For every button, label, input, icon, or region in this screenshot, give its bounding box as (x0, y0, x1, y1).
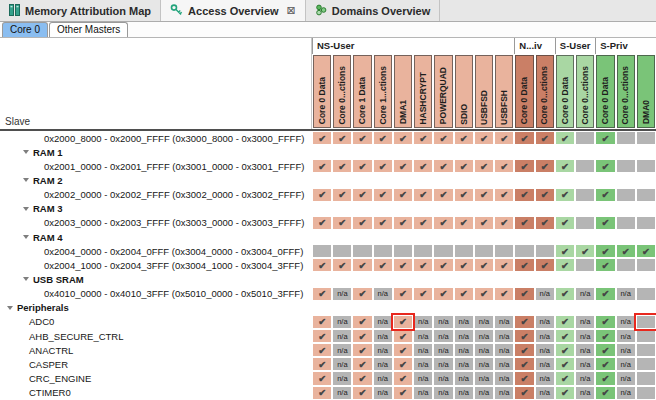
slave-row-label[interactable]: ADC0 (0, 315, 312, 329)
disclosure-triangle-icon[interactable] (23, 150, 29, 154)
access-cell[interactable]: n/a (575, 386, 595, 400)
access-cell[interactable] (474, 244, 494, 258)
access-cell[interactable]: ✔ (474, 287, 494, 301)
access-cell[interactable] (636, 188, 656, 202)
access-cell[interactable]: n/a (454, 371, 474, 385)
slave-row-label[interactable]: CTIMER0 (0, 386, 312, 400)
access-cell[interactable] (616, 131, 636, 145)
access-cell[interactable] (636, 287, 656, 301)
access-cell[interactable]: ✔ (555, 216, 575, 230)
disclosure-triangle-icon[interactable] (7, 306, 13, 310)
column-header[interactable]: Core 0...ctions (616, 54, 636, 129)
access-cell[interactable]: ✔ (555, 371, 575, 385)
access-cell[interactable]: ✔ (352, 386, 372, 400)
access-cell[interactable]: n/a (373, 371, 393, 385)
access-cell[interactable]: ✔ (332, 216, 352, 230)
subtab-other-masters[interactable]: Other Masters (49, 22, 128, 37)
access-cell[interactable]: n/a (535, 386, 555, 400)
access-cell[interactable] (636, 343, 656, 357)
access-cell[interactable] (636, 216, 656, 230)
access-cell[interactable]: ✔ (636, 244, 656, 258)
access-cell[interactable]: n/a (454, 315, 474, 329)
access-cell[interactable]: n/a (433, 357, 453, 371)
access-cell[interactable]: ✔ (514, 258, 534, 272)
access-cell[interactable]: n/a (413, 386, 433, 400)
access-cell[interactable]: n/a (494, 329, 514, 343)
access-cell[interactable]: ✔ (535, 131, 555, 145)
access-cell[interactable]: n/a (474, 315, 494, 329)
access-cell[interactable]: ✔ (373, 159, 393, 173)
access-cell[interactable]: n/a (494, 357, 514, 371)
access-cell[interactable]: ✔ (352, 343, 372, 357)
access-cell[interactable]: ✔ (352, 188, 372, 202)
access-cell[interactable]: n/a (433, 343, 453, 357)
access-cell[interactable]: ✔ (474, 131, 494, 145)
access-cell[interactable]: ✔ (433, 216, 453, 230)
access-cell[interactable]: ✔ (454, 287, 474, 301)
access-cell[interactable]: n/a (575, 315, 595, 329)
access-cell[interactable]: n/a (535, 357, 555, 371)
slave-row-label[interactable]: 0x2002_0000 - 0x2002_FFFF (0x3002_0000 -… (0, 188, 312, 202)
access-cell[interactable]: ✔ (433, 131, 453, 145)
access-cell[interactable]: n/a (616, 386, 636, 400)
access-cell[interactable] (312, 244, 332, 258)
access-cell[interactable]: n/a (616, 371, 636, 385)
access-cell[interactable]: ✔ (514, 343, 534, 357)
access-cell[interactable]: ✔ (454, 258, 474, 272)
access-cell[interactable]: ✔ (393, 357, 413, 371)
access-cell[interactable]: ✔ (514, 131, 534, 145)
access-cell[interactable]: ✔ (555, 159, 575, 173)
access-cell[interactable]: n/a (494, 343, 514, 357)
access-cell[interactable]: n/a (535, 329, 555, 343)
access-cell[interactable]: n/a (575, 329, 595, 343)
tree-group-label[interactable]: RAM 1 (0, 145, 312, 159)
access-cell[interactable]: ✔ (474, 159, 494, 173)
access-cell[interactable]: ✔ (595, 329, 615, 343)
access-cell[interactable]: ✔ (312, 329, 332, 343)
access-cell[interactable]: n/a (535, 343, 555, 357)
access-cell[interactable]: n/a (454, 386, 474, 400)
access-cell[interactable]: ✔ (332, 258, 352, 272)
access-cell[interactable]: n/a (575, 287, 595, 301)
access-cell[interactable]: n/a (575, 343, 595, 357)
access-cell[interactable] (616, 188, 636, 202)
access-cell[interactable] (454, 244, 474, 258)
access-cell[interactable]: n/a (616, 357, 636, 371)
access-cell[interactable]: ✔ (595, 216, 615, 230)
access-cell[interactable]: ✔ (454, 159, 474, 173)
column-header[interactable]: SDIO (454, 54, 474, 129)
column-header[interactable]: USBFSD (474, 54, 494, 129)
column-header[interactable]: DMA1 (393, 54, 413, 129)
access-cell[interactable]: ✔ (433, 287, 453, 301)
slave-row-label[interactable]: 0x2000_8000 - 0x2000_FFFF (0x3000_8000 -… (0, 131, 312, 145)
access-cell[interactable]: ✔ (595, 258, 615, 272)
column-header[interactable]: Core 0 Data (595, 54, 615, 129)
column-header[interactable]: POWERQUAD (433, 54, 453, 129)
access-cell[interactable]: ✔ (595, 188, 615, 202)
access-cell[interactable]: ✔ (352, 357, 372, 371)
tree-group-label[interactable]: Peripherals (0, 301, 312, 315)
access-cell[interactable]: n/a (454, 357, 474, 371)
access-cell[interactable]: n/a (616, 315, 636, 329)
access-cell[interactable]: ✔ (312, 371, 332, 385)
access-cell[interactable]: ✔ (413, 131, 433, 145)
access-cell[interactable]: ✔ (312, 343, 332, 357)
access-cell[interactable]: n/a (332, 386, 352, 400)
access-cell[interactable]: n/a (474, 357, 494, 371)
access-cell[interactable] (636, 159, 656, 173)
access-cell[interactable]: ✔ (352, 315, 372, 329)
access-cell[interactable]: ✔ (514, 315, 534, 329)
access-cell[interactable] (433, 244, 453, 258)
slave-row-label[interactable]: CASPER (0, 357, 312, 371)
access-cell[interactable]: n/a (332, 287, 352, 301)
access-cell[interactable] (575, 258, 595, 272)
slave-row-label[interactable]: 0x2003_0000 - 0x2003_FFFF (0x3003_0000 -… (0, 216, 312, 230)
access-cell[interactable]: n/a (332, 357, 352, 371)
access-cell[interactable]: ✔ (555, 329, 575, 343)
access-cell[interactable]: ✔ (433, 258, 453, 272)
access-cell[interactable]: ✔ (332, 159, 352, 173)
access-cell[interactable]: n/a (373, 315, 393, 329)
access-cell[interactable]: ✔ (393, 315, 413, 329)
access-cell[interactable]: ✔ (373, 258, 393, 272)
column-header[interactable]: Core 0...ctions (535, 54, 555, 129)
